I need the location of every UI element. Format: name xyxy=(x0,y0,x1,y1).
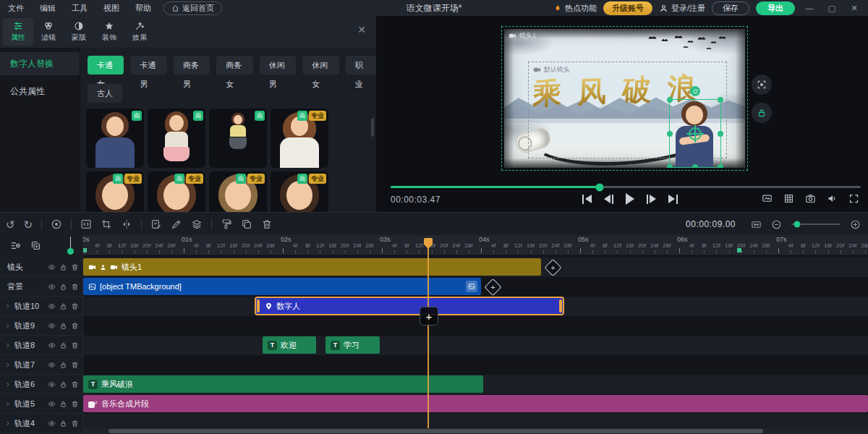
horizontal-scrollbar[interactable] xyxy=(83,428,868,434)
clip-welcome[interactable]: T 欢迎 xyxy=(263,336,316,354)
eye-icon[interactable] xyxy=(48,380,56,388)
prev-frame-button[interactable] xyxy=(604,192,613,205)
lock-icon[interactable] xyxy=(59,380,67,388)
chip-casual-female[interactable]: 休闲女 xyxy=(302,56,339,75)
trash-icon[interactable] xyxy=(71,283,79,291)
handle-bottom-left[interactable] xyxy=(667,164,673,168)
lock-icon[interactable] xyxy=(59,322,67,330)
trash-icon[interactable] xyxy=(71,420,79,427)
handle-mid-left[interactable] xyxy=(667,131,673,137)
eye-icon[interactable] xyxy=(48,361,56,369)
chip-business-female[interactable]: 商务女 xyxy=(216,56,252,75)
chevron-right-icon[interactable] xyxy=(4,362,14,368)
lock-icon[interactable] xyxy=(59,420,67,427)
lane-track9[interactable] xyxy=(83,316,868,336)
avatar-card[interactable]: 商 专业 xyxy=(209,171,267,212)
zoom-in-icon[interactable] xyxy=(850,219,861,230)
chevron-right-icon[interactable] xyxy=(4,303,14,310)
trash-icon[interactable] xyxy=(71,361,79,369)
avatar-card[interactable]: 商 xyxy=(148,109,205,168)
lock-icon[interactable] xyxy=(59,263,67,271)
chip-ancient[interactable]: 古人 xyxy=(88,84,122,103)
task-edit-icon[interactable] xyxy=(150,218,162,230)
handle-mid-right[interactable] xyxy=(718,131,723,137)
scrollbar-thumb[interactable] xyxy=(109,429,763,433)
trash-icon[interactable] xyxy=(71,322,79,330)
export-button[interactable]: 导出 xyxy=(756,1,795,15)
eye-icon[interactable] xyxy=(48,263,56,271)
volume-icon[interactable] xyxy=(827,193,838,204)
grid-icon[interactable] xyxy=(783,193,794,204)
background-end-icon[interactable] xyxy=(466,281,477,292)
add-keyframe-button[interactable]: + xyxy=(484,278,501,295)
code-brackets-icon[interactable] xyxy=(80,218,92,230)
pen-icon[interactable] xyxy=(171,218,182,230)
maximize-button[interactable]: ▢ xyxy=(824,4,840,13)
tab-effects[interactable]: 效果 xyxy=(124,18,155,46)
zoom-out-icon[interactable] xyxy=(771,219,782,230)
back-home-button[interactable]: 返回首页 xyxy=(163,1,222,15)
clip-digital-human[interactable]: 数字人 xyxy=(255,297,564,315)
avatar-card[interactable]: 商 专业 xyxy=(86,171,144,212)
sidebar-item-avatar-replace[interactable]: 数字人替换 xyxy=(0,52,80,75)
chip-cartoon-female[interactable]: 卡通女 xyxy=(88,56,124,75)
menu-view[interactable]: 视图 xyxy=(95,3,127,14)
clip-study[interactable]: T 学习 xyxy=(326,336,380,354)
avatar-card[interactable]: 商 xyxy=(86,109,144,168)
lock-icon[interactable] xyxy=(59,283,67,291)
eye-icon[interactable] xyxy=(48,400,56,408)
chevron-right-icon[interactable] xyxy=(4,342,14,349)
eye-icon[interactable] xyxy=(48,302,56,310)
chevron-right-icon[interactable] xyxy=(4,381,14,388)
tab-decoration[interactable]: 装饰 xyxy=(94,18,124,46)
clip-background[interactable]: [object TMBackground] xyxy=(83,278,481,295)
chevron-right-icon[interactable] xyxy=(4,401,14,407)
track-header-6[interactable]: 轨道6 xyxy=(0,375,83,394)
anchor-crosshair-icon[interactable] xyxy=(689,127,702,140)
keyframe-record-icon[interactable] xyxy=(51,218,62,230)
avatar-card[interactable]: 商 专业 xyxy=(271,171,328,212)
copy-icon[interactable] xyxy=(241,218,252,230)
lock-icon[interactable] xyxy=(59,400,67,408)
trash-icon[interactable] xyxy=(261,218,273,230)
zoom-knob[interactable] xyxy=(794,221,801,228)
trash-icon[interactable] xyxy=(71,341,79,349)
chip-casual-male[interactable]: 休闲男 xyxy=(260,56,296,75)
lane-track5[interactable]: 音乐合成片段 xyxy=(83,394,868,414)
tab-properties[interactable]: 属性 xyxy=(3,18,33,46)
mirror-icon[interactable] xyxy=(121,218,132,230)
track-header-4[interactable]: 轨道4 xyxy=(0,414,83,433)
clip-camera1[interactable]: 镜头1 xyxy=(83,258,541,276)
avatar-card[interactable]: 商 专业 xyxy=(271,109,328,168)
play-button[interactable] xyxy=(626,192,634,205)
menu-edit[interactable]: 编辑 xyxy=(32,3,64,14)
lock-icon[interactable] xyxy=(59,361,67,369)
eye-icon[interactable] xyxy=(48,420,56,427)
add-track-icon[interactable] xyxy=(30,240,41,251)
fit-selection-button[interactable] xyxy=(752,75,772,95)
next-frame-button[interactable] xyxy=(647,192,656,205)
skip-start-button[interactable] xyxy=(582,192,592,205)
layers-icon[interactable] xyxy=(191,218,203,230)
selection-box[interactable] xyxy=(669,99,721,168)
panel-scrollbar[interactable] xyxy=(371,118,374,137)
chip-cartoon-male[interactable]: 卡通男 xyxy=(130,56,166,75)
track-header-10[interactable]: 轨道10 xyxy=(0,297,83,316)
lane-background[interactable]: [object TMBackground] + xyxy=(83,277,868,297)
avatar-card[interactable]: 商 专业 xyxy=(148,171,205,212)
add-keyframe-button[interactable]: + xyxy=(544,258,561,276)
skip-end-button[interactable] xyxy=(668,192,678,205)
menu-file[interactable]: 文件 xyxy=(0,3,32,14)
paint-icon[interactable] xyxy=(221,218,232,230)
track-header-7[interactable]: 轨道7 xyxy=(0,355,83,375)
add-at-playhead-button[interactable]: + xyxy=(420,307,438,326)
trash-icon[interactable] xyxy=(71,380,79,388)
chevron-right-icon[interactable] xyxy=(4,420,14,427)
lock-button[interactable] xyxy=(752,103,772,123)
eye-icon[interactable] xyxy=(48,283,56,291)
playhead[interactable] xyxy=(427,238,429,428)
crop-icon[interactable] xyxy=(101,218,112,230)
redo-icon[interactable]: ↻ xyxy=(24,219,33,230)
save-button[interactable]: 保存 xyxy=(712,1,749,15)
close-button[interactable]: ✕ xyxy=(846,4,862,13)
